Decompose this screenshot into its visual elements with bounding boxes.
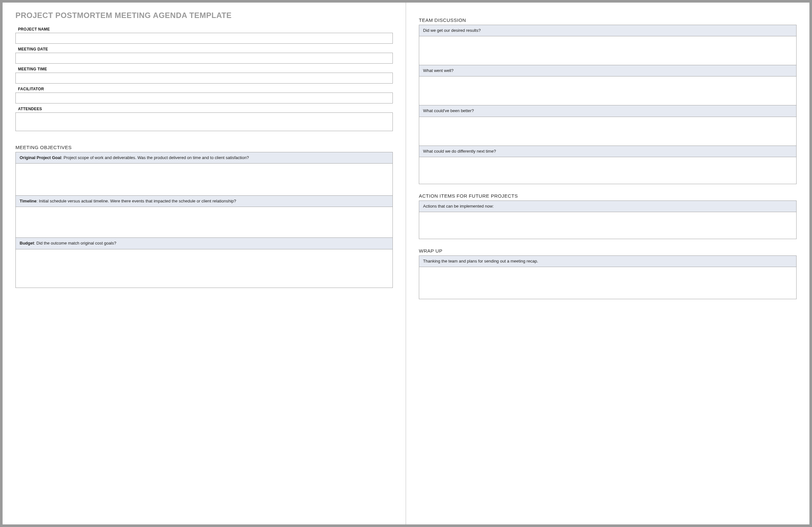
wrap-up-header: Thanking the team and plans for sending … [419, 255, 797, 267]
objective-original-goal-text: : Project scope of work and deliverables… [61, 155, 249, 160]
discussion-desired-results-input[interactable] [419, 36, 797, 65]
input-facilitator[interactable] [15, 92, 393, 104]
discussion-went-well-input[interactable] [419, 76, 797, 105]
discussion-went-well: What went well? [419, 65, 797, 105]
objective-timeline-header: Timeline: Initial schedule versus actual… [15, 196, 393, 207]
label-meeting-date: MEETING DATE [15, 47, 393, 51]
field-attendees: ATTENDEES [15, 107, 393, 132]
objective-budget-input[interactable] [15, 250, 393, 288]
objective-original-goal: Original Project Goal: Project scope of … [15, 152, 393, 196]
objective-original-goal-label: Original Project Goal [20, 155, 61, 160]
left-column: PROJECT POSTMORTEM MEETING AGENDA TEMPLA… [3, 3, 406, 524]
heading-team-discussion: TEAM DISCUSSION [419, 17, 797, 23]
objective-original-goal-input[interactable] [15, 164, 393, 196]
wrap-up-block: Thanking the team and plans for sending … [419, 255, 797, 299]
objective-timeline: Timeline: Initial schedule versus actual… [15, 196, 393, 238]
objective-timeline-label: Timeline [20, 199, 37, 204]
discussion-differently: What could we do differently next time? [419, 146, 797, 184]
field-meeting-time: MEETING TIME [15, 67, 393, 84]
field-project-name: PROJECT NAME [15, 27, 393, 44]
action-items-block: Actions that can be implemented now: [419, 200, 797, 239]
input-project-name[interactable] [15, 33, 393, 44]
heading-wrap-up: WRAP UP [419, 248, 797, 254]
objective-budget-text: : Did the outcome match original cost go… [34, 241, 116, 245]
document-page: PROJECT POSTMORTEM MEETING AGENDA TEMPLA… [3, 3, 809, 524]
right-column: TEAM DISCUSSION Did we get our desired r… [406, 3, 809, 524]
heading-meeting-objectives: MEETING OBJECTIVES [15, 145, 393, 150]
objective-budget: Budget: Did the outcome match original c… [15, 238, 393, 288]
document-title: PROJECT POSTMORTEM MEETING AGENDA TEMPLA… [15, 11, 393, 20]
discussion-went-well-header: What went well? [419, 65, 797, 76]
objective-budget-label: Budget [20, 241, 34, 245]
input-meeting-time[interactable] [15, 73, 393, 84]
field-facilitator: FACILITATOR [15, 87, 393, 104]
discussion-differently-header: What could we do differently next time? [419, 146, 797, 157]
label-facilitator: FACILITATOR [15, 87, 393, 91]
wrap-up-input[interactable] [419, 267, 797, 299]
label-attendees: ATTENDEES [15, 107, 393, 111]
discussion-could-be-better: What could've been better? [419, 105, 797, 146]
discussion-desired-results: Did we get our desired results? [419, 25, 797, 65]
field-meeting-date: MEETING DATE [15, 47, 393, 64]
objective-timeline-text: : Initial schedule versus actual timelin… [37, 199, 236, 204]
input-meeting-date[interactable] [15, 53, 393, 64]
objective-budget-header: Budget: Did the outcome match original c… [15, 238, 393, 249]
objective-timeline-input[interactable] [15, 207, 393, 238]
input-attendees[interactable] [15, 112, 393, 131]
action-items-header: Actions that can be implemented now: [419, 200, 797, 212]
action-items-input[interactable] [419, 212, 797, 239]
heading-action-items: ACTION ITEMS FOR FUTURE PROJECTS [419, 193, 797, 199]
label-project-name: PROJECT NAME [15, 27, 393, 31]
objective-original-goal-header: Original Project Goal: Project scope of … [15, 152, 393, 164]
label-meeting-time: MEETING TIME [15, 67, 393, 71]
discussion-differently-input[interactable] [419, 157, 797, 184]
discussion-could-be-better-header: What could've been better? [419, 105, 797, 117]
discussion-could-be-better-input[interactable] [419, 117, 797, 146]
discussion-desired-results-header: Did we get our desired results? [419, 25, 797, 36]
